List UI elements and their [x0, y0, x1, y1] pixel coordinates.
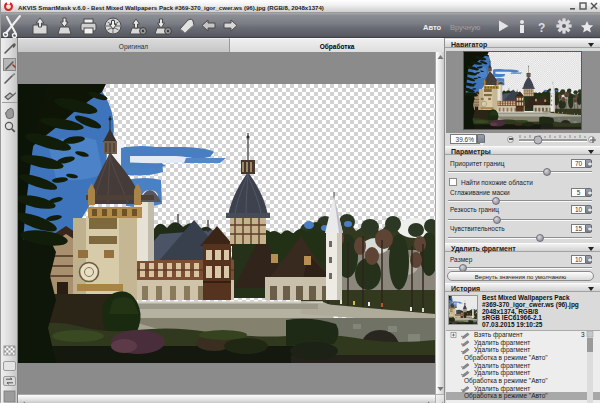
svg-text:Авто: Авто — [423, 23, 442, 32]
svg-text:?: ? — [538, 21, 545, 35]
svg-text:Вручную: Вручную — [450, 23, 481, 32]
